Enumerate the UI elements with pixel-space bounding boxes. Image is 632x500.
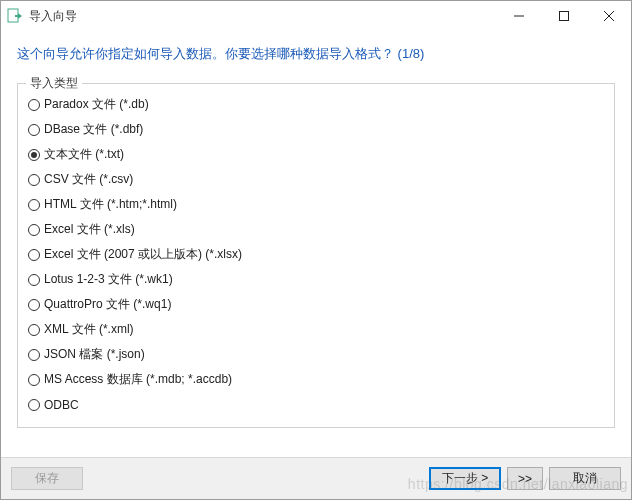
titlebar: 导入向导 bbox=[1, 1, 631, 31]
import-type-group: 导入类型 Paradox 文件 (*.db)DBase 文件 (*.dbf)文本… bbox=[17, 83, 615, 428]
radio-option[interactable]: DBase 文件 (*.dbf) bbox=[28, 117, 604, 142]
radio-icon bbox=[28, 149, 40, 161]
radio-option[interactable]: Excel 文件 (*.xls) bbox=[28, 217, 604, 242]
radio-label: CSV 文件 (*.csv) bbox=[44, 171, 133, 188]
radio-icon bbox=[28, 399, 40, 411]
radio-icon bbox=[28, 274, 40, 286]
radio-label: Excel 文件 (2007 或以上版本) (*.xlsx) bbox=[44, 246, 242, 263]
radio-label: Paradox 文件 (*.db) bbox=[44, 96, 149, 113]
radio-option[interactable]: ODBC bbox=[28, 392, 604, 417]
radio-option[interactable]: QuattroPro 文件 (*.wq1) bbox=[28, 292, 604, 317]
window-buttons bbox=[496, 1, 631, 31]
radio-option[interactable]: HTML 文件 (*.htm;*.html) bbox=[28, 192, 604, 217]
radio-label: ODBC bbox=[44, 398, 79, 412]
radio-label: XML 文件 (*.xml) bbox=[44, 321, 134, 338]
radio-icon bbox=[28, 224, 40, 236]
skip-button[interactable]: >> bbox=[507, 467, 543, 490]
instruction-text: 这个向导允许你指定如何导入数据。你要选择哪种数据导入格式？ (1/8) bbox=[1, 31, 631, 71]
radio-option[interactable]: 文本文件 (*.txt) bbox=[28, 142, 604, 167]
radio-option[interactable]: CSV 文件 (*.csv) bbox=[28, 167, 604, 192]
import-wizard-window: 导入向导 这个向导允许你指定如何导入数据。你要选择哪种数据导入格式？ (1/8)… bbox=[0, 0, 632, 500]
radio-icon bbox=[28, 174, 40, 186]
radio-option[interactable]: Excel 文件 (2007 或以上版本) (*.xlsx) bbox=[28, 242, 604, 267]
radio-label: Lotus 1-2-3 文件 (*.wk1) bbox=[44, 271, 173, 288]
radio-icon bbox=[28, 324, 40, 336]
radio-list: Paradox 文件 (*.db)DBase 文件 (*.dbf)文本文件 (*… bbox=[28, 92, 604, 417]
radio-label: 文本文件 (*.txt) bbox=[44, 146, 124, 163]
radio-option[interactable]: JSON 檔案 (*.json) bbox=[28, 342, 604, 367]
next-button[interactable]: 下一步 > bbox=[429, 467, 501, 490]
radio-icon bbox=[28, 349, 40, 361]
footer: 保存 下一步 > >> 取消 bbox=[1, 457, 631, 499]
app-icon bbox=[7, 8, 23, 24]
radio-option[interactable]: MS Access 数据库 (*.mdb; *.accdb) bbox=[28, 367, 604, 392]
maximize-button[interactable] bbox=[541, 1, 586, 31]
radio-icon bbox=[28, 199, 40, 211]
radio-label: HTML 文件 (*.htm;*.html) bbox=[44, 196, 177, 213]
radio-option[interactable]: Paradox 文件 (*.db) bbox=[28, 92, 604, 117]
radio-icon bbox=[28, 374, 40, 386]
radio-option[interactable]: XML 文件 (*.xml) bbox=[28, 317, 604, 342]
save-button[interactable]: 保存 bbox=[11, 467, 83, 490]
radio-option[interactable]: Lotus 1-2-3 文件 (*.wk1) bbox=[28, 267, 604, 292]
minimize-button[interactable] bbox=[496, 1, 541, 31]
radio-label: Excel 文件 (*.xls) bbox=[44, 221, 135, 238]
window-title: 导入向导 bbox=[29, 8, 77, 25]
radio-label: DBase 文件 (*.dbf) bbox=[44, 121, 143, 138]
radio-icon bbox=[28, 299, 40, 311]
group-legend: 导入类型 bbox=[26, 75, 82, 92]
radio-icon bbox=[28, 124, 40, 136]
close-button[interactable] bbox=[586, 1, 631, 31]
radio-label: MS Access 数据库 (*.mdb; *.accdb) bbox=[44, 371, 232, 388]
cancel-button[interactable]: 取消 bbox=[549, 467, 621, 490]
radio-icon bbox=[28, 249, 40, 261]
radio-icon bbox=[28, 99, 40, 111]
radio-label: JSON 檔案 (*.json) bbox=[44, 346, 145, 363]
svg-rect-3 bbox=[559, 12, 568, 21]
radio-label: QuattroPro 文件 (*.wq1) bbox=[44, 296, 171, 313]
content-area: 导入类型 Paradox 文件 (*.db)DBase 文件 (*.dbf)文本… bbox=[1, 71, 631, 457]
